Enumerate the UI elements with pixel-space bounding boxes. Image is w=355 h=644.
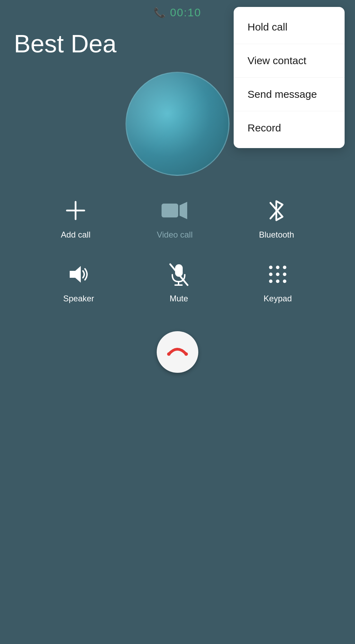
call-status-icon: 📞 [154, 7, 166, 18]
keypad-icon [264, 260, 292, 288]
svg-point-14 [283, 273, 286, 276]
menu-item-view-contact[interactable]: View contact [234, 44, 345, 78]
action-row-2: Speaker Mute [0, 247, 355, 310]
add-call-icon [62, 197, 89, 224]
menu-item-record[interactable]: Record [234, 111, 345, 145]
action-row-1: Add call Video call Bluetooth [0, 176, 355, 247]
end-call-icon [167, 347, 188, 357]
keypad-button[interactable]: Keypad [263, 260, 292, 303]
speaker-button[interactable]: Speaker [63, 260, 94, 303]
bluetooth-button[interactable]: Bluetooth [259, 197, 294, 240]
end-call-container [0, 331, 355, 373]
mute-icon [165, 260, 193, 288]
svg-point-19 [184, 352, 188, 356]
svg-point-12 [269, 273, 272, 276]
svg-point-15 [269, 280, 272, 283]
menu-item-send-message[interactable]: Send message [234, 78, 345, 111]
svg-point-18 [167, 352, 171, 356]
video-call-button[interactable]: Video call [157, 197, 193, 240]
end-call-button[interactable] [157, 331, 198, 373]
avatar [125, 72, 230, 176]
svg-point-11 [283, 266, 286, 269]
dropdown-menu: Hold call View contact Send message Reco… [234, 7, 345, 148]
svg-rect-2 [162, 204, 178, 217]
mute-label: Mute [170, 294, 188, 303]
svg-point-17 [283, 280, 286, 283]
svg-marker-3 [180, 202, 187, 219]
svg-point-16 [276, 280, 279, 283]
speaker-label: Speaker [63, 294, 94, 303]
menu-item-hold-call[interactable]: Hold call [234, 10, 345, 44]
svg-marker-4 [70, 266, 81, 283]
video-call-icon [161, 197, 189, 224]
svg-point-13 [276, 273, 279, 276]
bluetooth-icon [263, 197, 291, 224]
add-call-button[interactable]: Add call [61, 197, 90, 240]
mute-button[interactable]: Mute [165, 260, 193, 303]
call-timer: 00:10 [170, 6, 201, 19]
svg-point-10 [276, 266, 279, 269]
video-call-label: Video call [157, 230, 193, 240]
svg-point-9 [269, 266, 272, 269]
add-call-label: Add call [61, 230, 90, 240]
speaker-icon [65, 260, 93, 288]
bluetooth-label: Bluetooth [259, 230, 294, 240]
keypad-label: Keypad [263, 294, 292, 303]
